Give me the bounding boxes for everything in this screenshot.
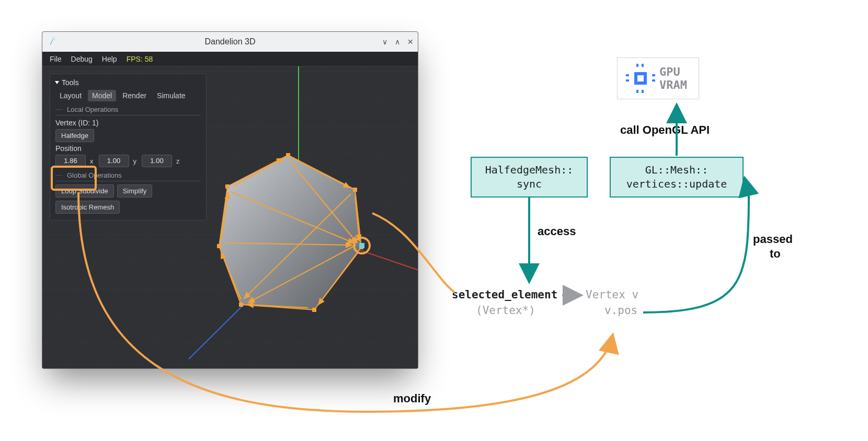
axis-y-label: y — [133, 157, 137, 165]
label-call-opengl: call OpenGL API — [620, 123, 710, 137]
pos-y-input[interactable]: 1.00 — [99, 155, 129, 167]
viewport-3d[interactable]: Tools Layout Model Render Simulate Local… — [42, 66, 418, 369]
tab-simulate[interactable]: Simulate — [153, 90, 189, 101]
loop-subdivide-button[interactable]: Loop Subdivide — [55, 184, 114, 198]
gpu-vram-box: GPU VRAM — [617, 57, 699, 99]
label-vpos: v.pos — [604, 304, 637, 317]
title-bar: Dandelion 3D ∨ ∧ ✕ — [42, 32, 418, 52]
label-selected-element: selected_element — [452, 288, 557, 301]
local-ops-title: Local Operations — [55, 106, 201, 115]
tools-title: Tools — [62, 78, 79, 87]
node-gl-update-l1: GL::Mesh:: — [620, 163, 733, 177]
fps-counter: FPS: 58 — [127, 55, 153, 63]
svg-rect-24 — [217, 244, 221, 248]
tab-layout[interactable]: Layout — [55, 90, 86, 101]
svg-rect-25 — [225, 184, 230, 189]
menu-file[interactable]: File — [50, 55, 62, 63]
node-halfedge-sync-l1: HalfedgeMesh:: — [481, 163, 577, 177]
tools-header[interactable]: Tools — [55, 78, 201, 87]
pos-z-input[interactable]: 1.00 — [142, 155, 172, 167]
pos-x-input[interactable]: 1.86 — [55, 155, 86, 167]
window-title: Dandelion 3D — [205, 37, 256, 47]
isotropic-remesh-button[interactable]: Isotropic Remesh — [55, 201, 120, 214]
node-halfedge-sync: HalfedgeMesh:: sync — [471, 157, 588, 198]
node-gl-update: GL::Mesh:: vertices::update — [610, 157, 744, 198]
svg-rect-22 — [312, 308, 316, 312]
menu-bar: File Debug Help FPS: 58 — [42, 52, 418, 66]
app-window: Dandelion 3D ∨ ∧ ✕ File Debug Help FPS: … — [42, 31, 418, 369]
collapse-icon[interactable] — [55, 81, 59, 84]
simplify-button[interactable]: Simplify — [117, 184, 153, 198]
chip-icon — [629, 67, 652, 90]
app-logo-icon — [48, 36, 58, 47]
svg-rect-20 — [353, 188, 357, 192]
position-fields: 1.86x 1.00y 1.00z — [55, 155, 201, 167]
halfedge-button[interactable]: Halfedge — [55, 129, 94, 142]
diagram: GPU VRAM HalfedgeMesh:: sync GL::Mesh:: … — [418, 0, 868, 441]
label-access: access — [538, 225, 576, 238]
close-icon[interactable]: ✕ — [407, 38, 414, 46]
vertex-id-label: Vertex (ID: 1) — [55, 119, 98, 127]
global-ops-title: Global Operations — [55, 171, 201, 181]
label-vertex-star: (Vertex*) — [476, 304, 535, 317]
label-passed-to-2: to — [770, 247, 781, 261]
axis-z-label: z — [176, 157, 180, 165]
tab-render[interactable]: Render — [118, 90, 151, 101]
selected-vertex-dot — [359, 243, 364, 248]
minimize-icon[interactable]: ∨ — [382, 38, 387, 46]
maximize-icon[interactable]: ∧ — [395, 38, 400, 46]
node-halfedge-sync-l2: sync — [481, 177, 577, 191]
label-vertex-v: Vertex v — [586, 288, 638, 301]
tab-model[interactable]: Model — [88, 90, 116, 101]
svg-rect-23 — [239, 303, 243, 307]
menu-debug[interactable]: Debug — [71, 55, 93, 63]
gpu-label-1: GPU — [659, 65, 687, 78]
gpu-label-2: VRAM — [659, 78, 687, 91]
tools-tabs: Layout Model Render Simulate — [55, 90, 201, 101]
menu-help[interactable]: Help — [102, 55, 117, 63]
tools-panel: Tools Layout Model Render Simulate Local… — [50, 74, 207, 220]
label-passed-to-1: passed — [753, 233, 793, 246]
position-label: Position — [55, 144, 86, 153]
axis-x-label: x — [90, 157, 94, 165]
node-gl-update-l2: vertices::update — [620, 177, 733, 191]
svg-rect-19 — [286, 153, 290, 157]
label-modify: modify — [393, 392, 431, 405]
